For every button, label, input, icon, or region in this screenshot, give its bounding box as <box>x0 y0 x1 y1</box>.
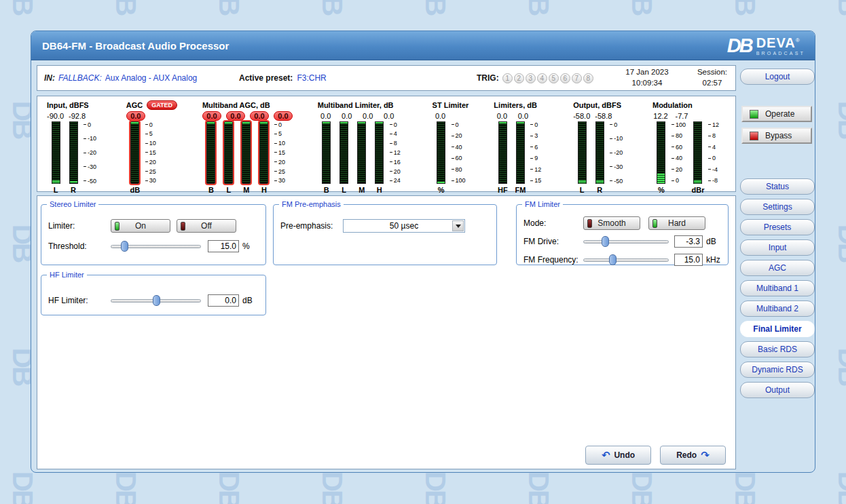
fm-drive-value[interactable]: -3.3 <box>674 235 703 248</box>
tick-label: 15 <box>278 149 285 156</box>
fm-frequency-label: FM Frequency: <box>523 255 583 265</box>
undo-button[interactable]: ↶ Undo <box>585 446 651 465</box>
fm-drive-slider[interactable] <box>583 235 669 248</box>
tick-mark-icon <box>390 180 392 181</box>
scale-tick: 16 <box>390 159 407 165</box>
tick-mark-icon <box>274 152 277 153</box>
tick-label: 8 <box>394 140 397 147</box>
stereo-limiter-legend: Stereo Limiter <box>47 200 98 208</box>
scale-tick: -30 <box>610 163 627 170</box>
mode-hard-button[interactable]: Hard <box>648 216 705 230</box>
operate-led-indicator <box>750 110 758 119</box>
bypass-button[interactable]: Bypass <box>741 128 812 144</box>
nav-settings[interactable]: Settings <box>740 199 815 215</box>
limiter-on-button[interactable]: On <box>111 219 170 233</box>
scale-tick: -20 <box>84 150 101 156</box>
nav-input[interactable]: Input <box>740 239 815 256</box>
scale-tick: 100 <box>452 178 469 184</box>
tick-mark-icon <box>452 136 454 136</box>
meter-bar-label: L <box>342 186 346 194</box>
slider-track[interactable] <box>583 258 669 262</box>
hf-limiter-slider[interactable] <box>111 294 201 307</box>
nav-output[interactable]: Output <box>740 382 815 398</box>
meter-scale: 12840-4-8 <box>707 121 726 184</box>
nav-dynamic-rds[interactable]: Dynamic RDS <box>740 362 815 378</box>
hf-limiter-panel: HF Limiter HF Limiter: 0.0 dB <box>41 271 266 315</box>
meter-scale: 020406080100 <box>450 121 469 184</box>
scale-tick: 24 <box>390 178 407 184</box>
meter-fill <box>323 122 330 123</box>
meter-fill <box>52 180 60 183</box>
tick-mark-icon <box>274 180 277 181</box>
tick-mark-icon <box>274 143 277 144</box>
logout-button[interactable]: Logout <box>740 69 815 85</box>
mode-smooth-button[interactable]: Smooth <box>583 216 640 230</box>
scale-tick: 20 <box>452 133 469 139</box>
slider-track[interactable] <box>583 240 669 244</box>
fm-frequency-value[interactable]: 15.0 <box>674 254 703 266</box>
level-meter-limiters-db-fm <box>516 121 525 184</box>
scale-tick: 0 <box>708 155 726 161</box>
nav-final-limiter[interactable]: Final Limiter <box>740 321 815 337</box>
session-label: Session: <box>697 67 727 78</box>
scale-tick: 5 <box>145 131 163 137</box>
meter-group-header: Input, dBFS <box>47 100 101 110</box>
operate-button[interactable]: Operate <box>741 106 812 122</box>
meter-scale: 04812162024 <box>388 121 407 184</box>
limiter-off-button[interactable]: Off <box>177 219 236 233</box>
watermark-logo: DB <box>6 471 39 504</box>
hf-limiter-unit: dB <box>242 296 253 305</box>
level-meter-multiband-limiter-db-h <box>375 121 384 184</box>
meter-fill <box>340 122 348 123</box>
tick-mark-icon <box>452 180 454 181</box>
watermark-logo: DB <box>109 471 142 504</box>
meter-body: BLMH04812162024 <box>318 121 407 194</box>
nav-status[interactable]: Status <box>740 178 815 195</box>
tick-mark-icon <box>610 166 612 167</box>
tick-label: 24 <box>394 177 401 184</box>
tick-label: 8 <box>712 132 716 139</box>
scale-tick: 9 <box>530 155 548 161</box>
tick-label: -20 <box>88 149 96 156</box>
nav-agc[interactable]: AGC <box>740 260 815 276</box>
slider-thumb[interactable] <box>602 236 609 247</box>
meter-value: 0.0 <box>494 112 510 120</box>
tick-label: -50 <box>614 178 623 185</box>
tick-label: 0 <box>676 177 679 184</box>
meter-bar-column: dB <box>126 121 144 194</box>
scale-tick: 30 <box>145 178 163 184</box>
operate-label: Operate <box>765 109 794 119</box>
watermark-logo: DB <box>316 471 348 504</box>
fm-frequency-slider[interactable] <box>583 254 669 266</box>
undo-label: Undo <box>614 450 635 460</box>
scale-tick: 10 <box>145 140 163 147</box>
meter-value: 0.0 <box>250 111 269 121</box>
nav-multiband-1[interactable]: Multiband 1 <box>740 280 815 296</box>
slider-thumb[interactable] <box>121 241 128 252</box>
meter-bar-column: H <box>371 121 388 194</box>
tick-label: 0 <box>614 121 617 128</box>
meter-group-limiters-db: Limiters, dB0.00.0HFFM03691215 <box>494 100 548 194</box>
slider-thumb[interactable] <box>153 295 160 306</box>
nav-basic-rds[interactable]: Basic RDS <box>740 341 815 357</box>
threshold-slider[interactable] <box>111 240 201 252</box>
threshold-value[interactable]: 15.0 <box>208 240 239 252</box>
preemphasis-select[interactable]: 50 µsec <box>343 219 465 233</box>
tick-mark-icon <box>708 147 711 147</box>
nav-multiband-2[interactable]: Multiband 2 <box>740 301 815 317</box>
chevron-down-icon[interactable] <box>452 220 464 231</box>
meter-values: 0.00.00.00.0 <box>318 110 407 121</box>
tick-mark-icon <box>708 158 711 159</box>
scale-tick: -20 <box>610 150 627 156</box>
trig-indicator-5: 5 <box>549 73 559 83</box>
meter-bar-label: H <box>261 186 267 194</box>
sidebar-nav: StatusSettingsPresetsInputAGCMultiband 1… <box>740 178 815 402</box>
meter-title: ST Limiter <box>433 101 469 109</box>
meter-bar-label: M <box>243 186 249 194</box>
slider-thumb[interactable] <box>609 254 617 265</box>
redo-button[interactable]: Redo ↷ <box>660 446 726 465</box>
tick-mark-icon <box>145 152 148 153</box>
nav-presets[interactable]: Presets <box>740 219 815 235</box>
hf-limiter-value[interactable]: 0.0 <box>208 294 239 307</box>
tick-label: 9 <box>534 155 538 161</box>
